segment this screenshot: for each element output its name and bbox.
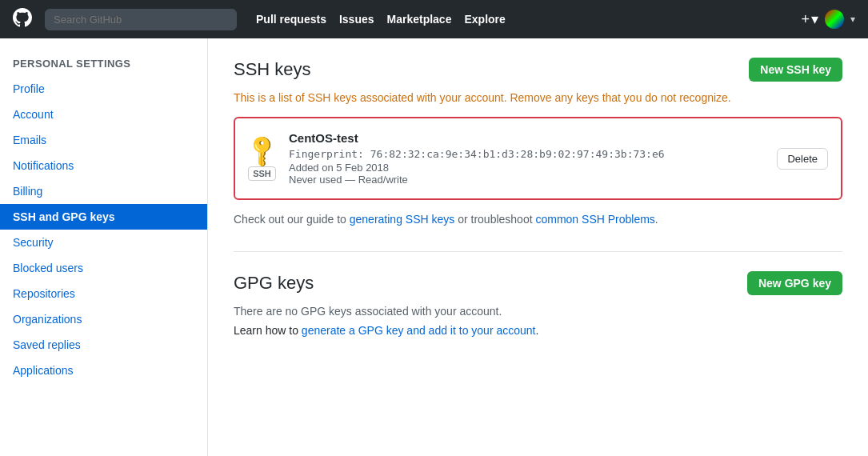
guide-middle: or troubleshoot [454, 213, 535, 226]
issues-link[interactable]: Issues [339, 13, 374, 26]
sidebar-item-ssh-gpg[interactable]: SSH and GPG keys [0, 204, 207, 230]
ssh-info-text: This is a list of SSH keys associated wi… [234, 91, 842, 104]
generate-gpg-key-link[interactable]: generate a GPG key and add it to your ac… [302, 324, 536, 337]
new-gpg-key-button[interactable]: New GPG key [747, 271, 842, 295]
marketplace-link[interactable]: Marketplace [387, 13, 452, 26]
key-icon: 🔑 [242, 130, 281, 169]
key-icon-area: 🔑 SSH [248, 137, 276, 181]
sidebar-item-security[interactable]: Security [0, 230, 207, 255]
key-details: CentOS-test Fingerprint: 76:82:32:ca:9e:… [289, 131, 764, 186]
navbar: Pull requests Issues Marketplace Explore… [0, 0, 868, 38]
learn-prefix: Learn how to [234, 324, 302, 337]
gpg-learn-text: Learn how to generate a GPG key and add … [234, 324, 842, 337]
key-usage: Never used — Read/write [289, 174, 764, 186]
key-name: CentOS-test [289, 131, 764, 145]
ssh-section-title: SSH keys [234, 59, 311, 80]
navbar-right: + ▾ ▾ [801, 10, 855, 29]
add-button[interactable]: + ▾ [801, 10, 818, 28]
sidebar-item-organizations[interactable]: Organizations [0, 306, 207, 332]
fingerprint-value: 76:82:32:ca:9e:34:b1:d3:28:b9:02:97:49:3… [370, 148, 665, 160]
sidebar-item-emails[interactable]: Emails [0, 127, 207, 153]
gpg-section-title: GPG keys [234, 273, 314, 294]
new-ssh-key-button[interactable]: New SSH key [749, 58, 842, 82]
navbar-links: Pull requests Issues Marketplace Explore [256, 13, 506, 26]
key-added-date: Added on 5 Feb 2018 [289, 162, 764, 174]
sidebar-item-blocked-users[interactable]: Blocked users [0, 255, 207, 281]
gpg-section: GPG keys New GPG key There are no GPG ke… [234, 271, 842, 337]
sidebar-item-profile[interactable]: Profile [0, 76, 207, 102]
guide-prefix: Check out our guide to [234, 213, 350, 226]
sidebar-heading: Personal settings [0, 51, 207, 76]
guide-suffix: . [655, 213, 658, 226]
github-logo-icon[interactable] [13, 8, 32, 31]
avatar-chevron[interactable]: ▾ [850, 14, 855, 25]
generating-ssh-keys-link[interactable]: generating SSH keys [350, 213, 455, 226]
ssh-section-header: SSH keys New SSH key [234, 58, 842, 82]
search-input[interactable] [45, 9, 237, 30]
delete-key-button[interactable]: Delete [777, 148, 828, 170]
page-layout: Personal settings Profile Account Emails… [0, 38, 868, 456]
sidebar-item-notifications[interactable]: Notifications [0, 153, 207, 178]
sidebar-item-account[interactable]: Account [0, 102, 207, 127]
fingerprint-label: Fingerprint: [289, 148, 364, 160]
ssh-key-card: 🔑 SSH CentOS-test Fingerprint: 76:82:32:… [234, 117, 842, 200]
learn-suffix: . [535, 324, 538, 337]
pull-requests-link[interactable]: Pull requests [256, 13, 326, 26]
gpg-section-header: GPG keys New GPG key [234, 271, 842, 295]
no-gpg-text: There are no GPG keys associated with yo… [234, 305, 842, 318]
sidebar-item-billing[interactable]: Billing [0, 178, 207, 204]
sidebar: Personal settings Profile Account Emails… [0, 38, 208, 456]
section-divider [234, 251, 842, 252]
key-fingerprint: Fingerprint: 76:82:32:ca:9e:34:b1:d3:28:… [289, 148, 764, 160]
common-ssh-problems-link[interactable]: common SSH Problems [535, 213, 654, 226]
sidebar-item-saved-replies[interactable]: Saved replies [0, 332, 207, 358]
avatar[interactable] [825, 10, 844, 29]
main-content: SSH keys New SSH key This is a list of S… [208, 38, 868, 456]
sidebar-item-repositories[interactable]: Repositories [0, 281, 207, 306]
explore-link[interactable]: Explore [464, 13, 505, 26]
sidebar-item-applications[interactable]: Applications [0, 358, 207, 383]
ssh-guide-text: Check out our guide to generating SSH ke… [234, 213, 842, 226]
